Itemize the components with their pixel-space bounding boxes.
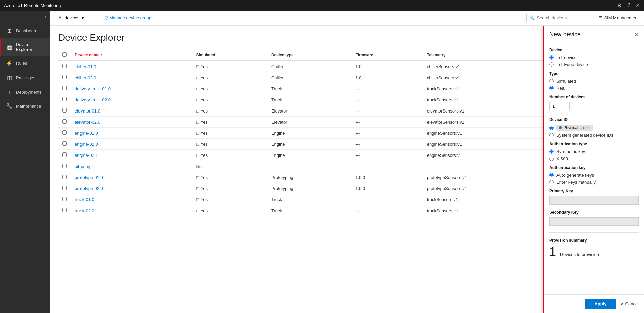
device-name-link[interactable]: engine-01.0 — [75, 131, 98, 136]
row-checkbox[interactable] — [62, 208, 67, 212]
primary-key-input[interactable] — [549, 196, 639, 205]
sidebar-item-rules[interactable]: ⚡ Rules — [0, 56, 50, 71]
sidebar-item-deployments[interactable]: ↑ Deployments — [0, 85, 50, 99]
apply-button[interactable]: Apply — [585, 299, 616, 309]
device-name-link[interactable]: truck-01.0 — [75, 197, 94, 202]
iot-device-option[interactable]: IoT device — [549, 55, 639, 60]
telemetry-cell: truckSensors:v1 — [423, 205, 555, 216]
iot-device-radio[interactable] — [549, 55, 554, 60]
physical-chiller-radio[interactable] — [549, 126, 554, 130]
real-radio[interactable] — [549, 86, 554, 90]
row-checkbox[interactable] — [62, 164, 67, 168]
simulated-cell: ☐ Yes — [192, 205, 267, 216]
search-box[interactable]: 🔍 — [526, 14, 593, 22]
iot-edge-device-radio[interactable] — [549, 62, 554, 67]
deployments-icon: ↑ — [6, 89, 13, 95]
device-name-link[interactable]: engine-02.0 — [75, 142, 98, 147]
telemetry-cell: engineSensors:v1 — [423, 139, 555, 150]
device-name-link[interactable]: prototype-01.0 — [75, 175, 103, 180]
row-checkbox[interactable] — [62, 130, 67, 135]
close-icon[interactable]: ✕ — [636, 2, 640, 9]
system-generated-option[interactable]: System generated device IDs — [549, 133, 639, 138]
cancel-button[interactable]: ✕ Cancel — [620, 301, 639, 306]
x509-radio[interactable] — [549, 156, 554, 161]
row-checkbox[interactable] — [62, 175, 67, 179]
number-of-devices-input[interactable] — [549, 102, 570, 110]
row-checkbox[interactable] — [62, 86, 67, 90]
auto-generate-radio[interactable] — [549, 173, 554, 177]
row-checkbox[interactable] — [62, 75, 67, 79]
row-checkbox[interactable] — [62, 152, 67, 157]
provision-summary-label: Provision summary — [549, 238, 639, 243]
sidebar-item-dashboard[interactable]: ⊞ Dashboard — [0, 24, 50, 38]
device-type-cell: Elevator — [267, 117, 351, 128]
row-checkbox[interactable] — [62, 197, 67, 201]
panel-close-button[interactable]: ✕ — [634, 31, 639, 38]
telemetry-cell: chillerSensors:v1 — [423, 72, 555, 83]
telemetry-cell: prototypeSensors:v1 — [423, 172, 555, 183]
enter-manually-radio[interactable] — [549, 180, 554, 184]
row-checkbox[interactable] — [62, 108, 67, 113]
sidebar-item-packages[interactable]: ◫ Packages — [0, 71, 50, 85]
iot-edge-device-option[interactable]: IoT Edge device — [549, 62, 639, 67]
sidebar-item-maintenance[interactable]: 🔧 Maintenance — [0, 99, 50, 114]
device-name-link[interactable]: chiller-02.0 — [75, 75, 96, 80]
simulated-option[interactable]: Simulated — [549, 79, 639, 84]
enter-manually-option[interactable]: Enter keys manually — [549, 180, 639, 185]
device-name-link[interactable]: engine-02.1 — [75, 153, 98, 158]
enter-manually-label: Enter keys manually — [556, 180, 596, 185]
simulated-cell: ☐ Yes — [192, 194, 267, 205]
simulated-radio[interactable] — [549, 79, 554, 83]
device-name-link[interactable]: delivery-truck-02.0 — [75, 97, 111, 102]
device-name-link[interactable]: elevator-01.0 — [75, 108, 100, 114]
cancel-label: Cancel — [625, 301, 639, 306]
firmware-cell: --- — [351, 94, 423, 105]
device-type-cell: Engine — [267, 128, 351, 139]
device-name-link[interactable]: chiller-01.0 — [75, 64, 96, 69]
auto-generate-option[interactable]: Auto generate keys — [549, 173, 639, 178]
row-checkbox[interactable] — [62, 119, 67, 124]
device-name-link[interactable]: oil-pump — [75, 164, 92, 169]
sidebar-item-label: Deployments — [16, 90, 42, 95]
sort-icon: Device name ↕ — [75, 53, 103, 57]
system-generated-radio[interactable] — [549, 133, 554, 137]
help-icon[interactable]: ? — [627, 2, 630, 9]
device-explorer-icon: ▦ — [6, 44, 12, 50]
row-checkbox[interactable] — [62, 97, 67, 101]
device-name-link[interactable]: truck-02.0 — [75, 208, 94, 213]
firmware-cell: --- — [351, 83, 423, 94]
badge-dot — [559, 126, 562, 129]
x509-option[interactable]: X.509 — [549, 156, 639, 161]
telemetry-cell: engineSensors:v1 — [423, 128, 555, 139]
sidebar-toggle[interactable]: ‹ — [0, 11, 50, 24]
content-area: All devices ▾ ▽ Manage device groups 🔍 ☰… — [50, 11, 644, 313]
device-name-link[interactable]: delivery-truck-01.0 — [75, 86, 111, 91]
secondary-key-input[interactable] — [549, 217, 639, 226]
simulated-cell: ☐ Yes — [192, 94, 267, 105]
row-checkbox[interactable] — [62, 64, 67, 68]
sim-management-label: SIM Management — [604, 15, 639, 20]
col-header-name: Device name ↕ — [71, 50, 192, 61]
symmetric-key-option[interactable]: Symmetric key — [549, 149, 639, 154]
real-option[interactable]: Real — [549, 86, 639, 91]
provision-count: 1 — [549, 245, 556, 258]
device-type-cell: Chiller — [267, 72, 351, 83]
manage-groups-button[interactable]: ▽ Manage device groups — [105, 15, 154, 20]
physical-chiller-option[interactable]: Physical-chiller — [549, 125, 639, 131]
row-checkbox[interactable] — [62, 186, 67, 190]
real-label: Real — [556, 86, 566, 91]
panel-body: Device IoT device IoT Edge device Type — [544, 42, 644, 294]
row-checkbox[interactable] — [62, 141, 67, 146]
symmetric-key-radio[interactable] — [549, 149, 554, 154]
sidebar-item-device-explorer[interactable]: ▦ Device Explorer — [0, 38, 50, 56]
device-name-link[interactable]: elevator-02.0 — [75, 120, 100, 125]
select-all-checkbox[interactable] — [62, 52, 67, 57]
device-name-link[interactable]: prototype-02.0 — [75, 186, 103, 191]
search-input[interactable] — [537, 15, 590, 20]
simulated-label: Simulated — [556, 79, 576, 84]
settings-icon[interactable]: ⚙ — [617, 2, 622, 9]
app-title: Azure IoT Remote Monitoring — [4, 3, 61, 8]
device-group-select[interactable]: All devices ▾ — [56, 14, 99, 22]
top-bar: Azure IoT Remote Monitoring ⚙ ? ✕ — [0, 0, 644, 11]
sim-management-button[interactable]: ☰ SIM Management — [599, 15, 639, 20]
